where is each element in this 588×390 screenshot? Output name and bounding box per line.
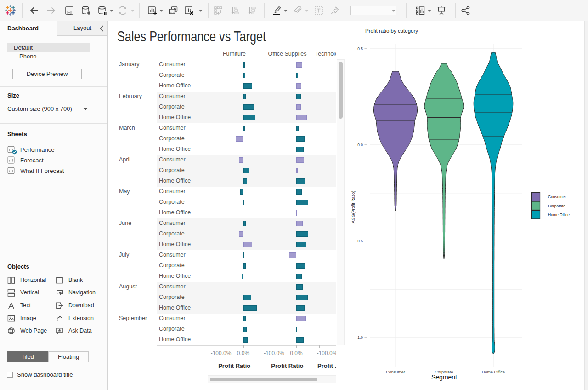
svg-text:Home Office: Home Office: [482, 370, 505, 374]
svg-text:Segment: Segment: [431, 373, 457, 381]
svg-text:0.0: 0.0: [357, 143, 363, 147]
svg-text:Home Office: Home Office: [548, 212, 570, 217]
svg-text:-1.0: -1.0: [356, 335, 363, 340]
svg-text:Consumer: Consumer: [386, 370, 405, 374]
svg-text:AGG(Profit Ratio): AGG(Profit Ratio): [351, 191, 356, 224]
svg-text:Corporate: Corporate: [548, 204, 565, 208]
svg-text:Consumer: Consumer: [548, 195, 566, 199]
svg-text:-0.5: -0.5: [356, 239, 363, 243]
svg-text:Profit ratio by category: Profit ratio by category: [365, 28, 418, 34]
svg-text:0.5: 0.5: [357, 46, 363, 51]
